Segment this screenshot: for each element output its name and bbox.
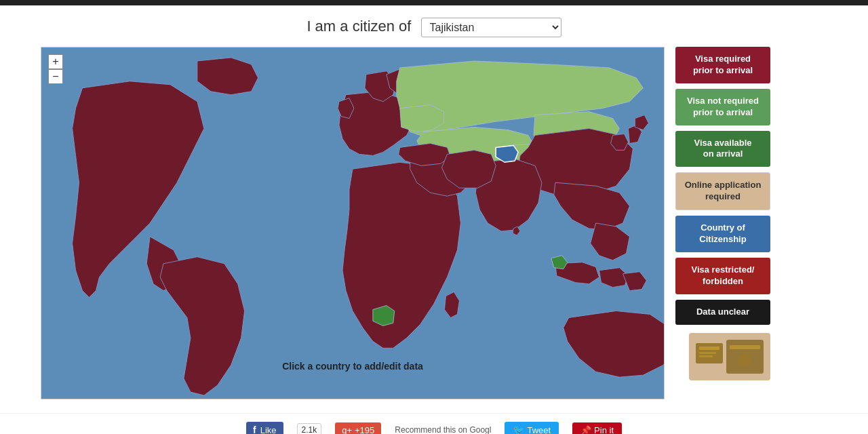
data-unclear-button[interactable]: Data unclear xyxy=(675,300,770,325)
zoom-out-button[interactable]: − xyxy=(48,69,63,84)
pin-label: Pin it xyxy=(594,425,614,435)
svg-rect-7 xyxy=(730,345,760,349)
tweet-button[interactable]: 🐦 Tweet xyxy=(505,422,559,434)
visa-required-button[interactable]: Visa required prior to arrival xyxy=(675,47,770,83)
tweet-label: Tweet xyxy=(527,425,551,435)
top-bar xyxy=(0,0,868,5)
gplus-count: +195 xyxy=(355,425,374,435)
facebook-icon: f xyxy=(253,425,256,434)
map-container[interactable]: + − xyxy=(41,47,665,399)
svg-point-8 xyxy=(738,353,751,367)
country-of-citizenship-button[interactable]: Country of Citizenship xyxy=(675,216,770,252)
gplus-icon: g+ xyxy=(342,425,352,435)
svg-rect-5 xyxy=(699,355,713,357)
main-content: + − xyxy=(0,47,868,413)
sidebar: Visa required prior to arrival Visa not … xyxy=(675,47,784,399)
pinterest-icon: 📌 xyxy=(580,425,591,435)
pin-button[interactable]: 📌 Pin it xyxy=(572,422,622,435)
like-label: Like xyxy=(260,425,277,435)
facebook-like-button[interactable]: f Like xyxy=(246,422,283,434)
world-map-svg[interactable] xyxy=(41,47,664,399)
citizen-prefix: I am a citizen of xyxy=(307,18,411,35)
map-zoom-controls: + − xyxy=(48,54,63,84)
visa-not-required-button[interactable]: Visa not required prior to arrival xyxy=(675,89,770,125)
footer: f Like 2.1k g+ +195 Recommend this on Go… xyxy=(0,413,868,434)
header-area: I am a citizen of AfghanistanAlbaniaAlge… xyxy=(0,5,868,47)
like-count: 2.1k xyxy=(297,423,322,434)
country-select[interactable]: AfghanistanAlbaniaAlgeriaAndorraAngolaAr… xyxy=(421,18,561,37)
twitter-icon: 🐦 xyxy=(513,425,524,434)
visa-on-arrival-button[interactable]: Visa available on arrival xyxy=(675,131,770,167)
online-application-button[interactable]: Online application required xyxy=(675,172,770,210)
visa-restricted-button[interactable]: Visa restricted/ forbidden xyxy=(675,258,770,294)
svg-rect-3 xyxy=(699,347,719,350)
svg-rect-4 xyxy=(699,352,716,354)
sidebar-passport-image xyxy=(689,333,770,380)
gplus-recommend-text: Recommend this on Googl xyxy=(395,425,491,434)
gplus-button[interactable]: g+ +195 xyxy=(335,422,381,435)
zoom-in-button[interactable]: + xyxy=(48,54,63,69)
